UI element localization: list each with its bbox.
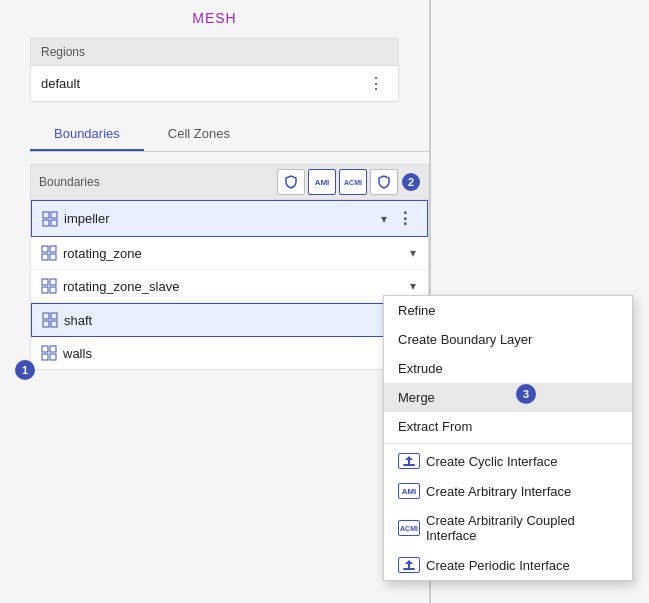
grid-icon-impeller [40,209,60,229]
toolbar-ami-btn[interactable]: AMI [308,169,336,195]
svg-rect-1 [51,212,57,218]
menu-item-refine[interactable]: Refine [384,296,632,325]
svg-rect-5 [50,246,56,252]
cyclic-icon [398,453,420,469]
main-panel: MESH Regions default ⋮ Boundaries Cell Z… [0,0,430,603]
tab-cell-zones[interactable]: Cell Zones [144,118,254,151]
toolbar-shield2-btn[interactable] [370,169,398,195]
menu-item-extrude[interactable]: Extrude [384,354,632,383]
svg-rect-15 [51,321,57,327]
acmi-menu-icon: ACMI [398,520,420,536]
dots-menu-btn-impeller[interactable]: ⋮ [391,207,419,230]
svg-rect-21 [403,568,415,570]
menu-divider [384,443,632,444]
periodic-icon [398,557,420,573]
menu-item-merge[interactable]: Merge [384,383,632,412]
boundaries-label: Boundaries [39,175,274,189]
svg-rect-2 [43,220,49,226]
badge-1: 1 [15,360,35,380]
grid-icon-rzs [39,276,59,296]
svg-rect-8 [42,279,48,285]
shield2-icon [377,175,391,189]
chevron-btn-impeller[interactable]: ▾ [377,210,391,228]
boundary-name-rzs: rotating_zone_slave [63,279,406,294]
menu-item-cyclic-interface[interactable]: Create Cyclic Interface [384,446,632,476]
svg-rect-18 [42,354,48,360]
grid-icon-walls [39,343,59,363]
svg-rect-20 [403,464,415,466]
svg-rect-0 [43,212,49,218]
menu-item-arbitrary-interface[interactable]: AMI Create Arbitrary Interface [384,476,632,506]
svg-rect-9 [50,279,56,285]
ami-menu-icon: AMI [398,483,420,499]
grid-icon-shaft [40,310,60,330]
boundary-name-shaft: shaft [64,313,405,328]
boundary-name-walls: walls [63,346,406,361]
svg-rect-12 [43,313,49,319]
regions-menu-btn[interactable]: ⋮ [364,72,388,95]
chevron-btn-rzs[interactable]: ▾ [406,277,420,295]
menu-item-periodic-interface[interactable]: Create Periodic Interface [384,550,632,580]
regions-row: default ⋮ [31,66,398,101]
boundary-item-rotating-zone[interactable]: rotating_zone ▾ [31,237,428,270]
menu-item-create-boundary-layer[interactable]: Create Boundary Layer [384,325,632,354]
boundary-item-walls[interactable]: walls ▾ [31,337,428,369]
boundary-item-impeller[interactable]: impeller ▾ ⋮ [31,200,428,237]
toolbar-shield-btn[interactable] [277,169,305,195]
boundary-item-shaft[interactable]: shaft ▾ [31,303,428,337]
context-menu: Refine Create Boundary Layer Extrude Mer… [383,295,633,581]
badge-2: 2 [402,173,420,191]
boundary-name-rz: rotating_zone [63,246,406,261]
mesh-title: MESH [0,0,429,38]
svg-rect-6 [42,254,48,260]
regions-default-item: default [41,76,80,91]
svg-rect-10 [42,287,48,293]
svg-rect-11 [50,287,56,293]
boundary-list: impeller ▾ ⋮ rotating_zone ▾ [30,199,429,370]
boundary-item-rz-slave[interactable]: rotating_zone_slave ▾ [31,270,428,303]
svg-rect-17 [50,346,56,352]
shield-icon [284,175,298,189]
badge-3: 3 [516,384,536,404]
chevron-btn-rz[interactable]: ▾ [406,244,420,262]
menu-item-arbitrarily-coupled-interface[interactable]: ACMI Create Arbitrarily Coupled Interfac… [384,506,632,550]
svg-rect-7 [50,254,56,260]
menu-item-extract-from[interactable]: Extract From [384,412,632,441]
svg-rect-14 [43,321,49,327]
boundaries-toolbar: Boundaries AMI ACMI [30,164,429,199]
tabs-row: Boundaries Cell Zones [30,118,429,152]
boundaries-section: Boundaries AMI ACMI [30,164,429,370]
svg-rect-4 [42,246,48,252]
svg-rect-16 [42,346,48,352]
regions-box: Regions default ⋮ [30,38,399,102]
regions-header: Regions [31,39,398,66]
boundary-name-impeller: impeller [64,211,377,226]
tab-boundaries[interactable]: Boundaries [30,118,144,151]
grid-icon-rz [39,243,59,263]
svg-rect-3 [51,220,57,226]
svg-rect-13 [51,313,57,319]
toolbar-acmi-btn[interactable]: ACMI [339,169,367,195]
svg-rect-19 [50,354,56,360]
